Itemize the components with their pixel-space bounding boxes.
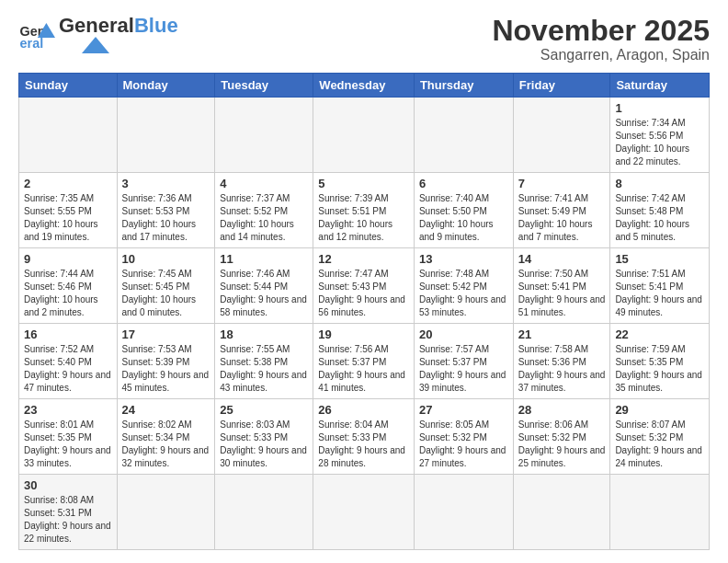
calendar-cell xyxy=(610,475,710,550)
header-thursday: Thursday xyxy=(414,74,513,98)
day-info: Sunrise: 8:03 AM Sunset: 5:33 PM Dayligh… xyxy=(220,419,308,470)
calendar-cell xyxy=(414,98,513,173)
day-number: 6 xyxy=(419,177,508,190)
day-number: 2 xyxy=(24,177,112,190)
day-info: Sunrise: 7:55 AM Sunset: 5:38 PM Dayligh… xyxy=(220,343,308,395)
calendar-cell: 19Sunrise: 7:56 AM Sunset: 5:37 PM Dayli… xyxy=(313,324,415,399)
header-saturday: Saturday xyxy=(610,74,710,98)
calendar-cell: 21Sunrise: 7:58 AM Sunset: 5:36 PM Dayli… xyxy=(513,324,610,399)
calendar-subtitle: Sangarren, Aragon, Spain xyxy=(492,47,710,63)
day-number: 30 xyxy=(24,478,112,492)
calendar-table: Sunday Monday Tuesday Wednesday Thursday… xyxy=(18,73,710,550)
day-info: Sunrise: 8:04 AM Sunset: 5:33 PM Dayligh… xyxy=(318,419,409,470)
day-number: 8 xyxy=(615,177,704,190)
calendar-cell xyxy=(414,475,513,550)
day-info: Sunrise: 7:58 AM Sunset: 5:36 PM Dayligh… xyxy=(518,343,606,395)
calendar-cell: 30Sunrise: 8:08 AM Sunset: 5:31 PM Dayli… xyxy=(19,475,118,550)
calendar-cell xyxy=(313,98,415,173)
day-number: 21 xyxy=(518,327,606,341)
day-number: 22 xyxy=(615,327,704,341)
calendar-cell: 11Sunrise: 7:46 AM Sunset: 5:44 PM Dayli… xyxy=(215,248,313,324)
day-info: Sunrise: 7:40 AM Sunset: 5:50 PM Dayligh… xyxy=(419,192,508,244)
day-number: 15 xyxy=(615,252,704,266)
calendar-cell: 25Sunrise: 8:03 AM Sunset: 5:33 PM Dayli… xyxy=(215,399,313,475)
day-info: Sunrise: 8:06 AM Sunset: 5:32 PM Dayligh… xyxy=(518,419,606,470)
day-info: Sunrise: 7:50 AM Sunset: 5:41 PM Dayligh… xyxy=(518,268,606,319)
calendar-week-row: 1Sunrise: 7:34 AM Sunset: 5:56 PM Daylig… xyxy=(19,98,710,173)
day-info: Sunrise: 7:34 AM Sunset: 5:56 PM Dayligh… xyxy=(615,117,704,168)
day-number: 23 xyxy=(24,403,112,417)
calendar-cell xyxy=(117,98,215,173)
day-info: Sunrise: 7:42 AM Sunset: 5:48 PM Dayligh… xyxy=(615,192,704,244)
day-info: Sunrise: 8:02 AM Sunset: 5:34 PM Dayligh… xyxy=(122,419,210,470)
calendar-cell xyxy=(117,475,215,550)
day-number: 19 xyxy=(318,327,409,341)
day-number: 26 xyxy=(318,403,409,417)
day-number: 3 xyxy=(122,177,210,190)
calendar-cell: 27Sunrise: 8:05 AM Sunset: 5:32 PM Dayli… xyxy=(414,399,513,475)
day-number: 11 xyxy=(220,252,308,266)
calendar-week-row: 2Sunrise: 7:35 AM Sunset: 5:55 PM Daylig… xyxy=(19,173,710,248)
title-block: November 2025 Sangarren, Aragon, Spain xyxy=(492,15,710,63)
calendar-cell: 2Sunrise: 7:35 AM Sunset: 5:55 PM Daylig… xyxy=(19,173,118,248)
calendar-week-row: 23Sunrise: 8:01 AM Sunset: 5:35 PM Dayli… xyxy=(19,399,710,475)
calendar-cell: 8Sunrise: 7:42 AM Sunset: 5:48 PM Daylig… xyxy=(610,173,710,248)
logo-icon: Gen eral xyxy=(18,16,55,52)
calendar-week-row: 16Sunrise: 7:52 AM Sunset: 5:40 PM Dayli… xyxy=(19,324,710,399)
day-info: Sunrise: 8:08 AM Sunset: 5:31 PM Dayligh… xyxy=(24,494,112,546)
calendar-cell: 1Sunrise: 7:34 AM Sunset: 5:56 PM Daylig… xyxy=(610,98,710,173)
day-info: Sunrise: 8:01 AM Sunset: 5:35 PM Dayligh… xyxy=(24,419,112,470)
calendar-cell: 13Sunrise: 7:48 AM Sunset: 5:42 PM Dayli… xyxy=(414,248,513,324)
logo-text: GeneralBlue xyxy=(59,15,178,37)
day-info: Sunrise: 7:53 AM Sunset: 5:39 PM Dayligh… xyxy=(122,343,210,395)
day-number: 17 xyxy=(122,327,210,341)
day-number: 12 xyxy=(318,252,409,266)
day-info: Sunrise: 8:05 AM Sunset: 5:32 PM Dayligh… xyxy=(419,419,508,470)
day-number: 25 xyxy=(220,403,308,417)
day-info: Sunrise: 7:59 AM Sunset: 5:35 PM Dayligh… xyxy=(615,343,704,395)
calendar-cell xyxy=(215,98,313,173)
day-number: 9 xyxy=(24,252,112,266)
day-number: 16 xyxy=(24,327,112,341)
day-number: 7 xyxy=(518,177,606,190)
calendar-cell: 15Sunrise: 7:51 AM Sunset: 5:41 PM Dayli… xyxy=(610,248,710,324)
calendar-cell: 5Sunrise: 7:39 AM Sunset: 5:51 PM Daylig… xyxy=(313,173,415,248)
calendar-cell xyxy=(215,475,313,550)
day-info: Sunrise: 7:37 AM Sunset: 5:52 PM Dayligh… xyxy=(220,192,308,244)
calendar-cell: 14Sunrise: 7:50 AM Sunset: 5:41 PM Dayli… xyxy=(513,248,610,324)
day-number: 1 xyxy=(615,101,704,115)
day-info: Sunrise: 7:36 AM Sunset: 5:53 PM Dayligh… xyxy=(122,192,210,244)
calendar-cell: 9Sunrise: 7:44 AM Sunset: 5:46 PM Daylig… xyxy=(19,248,118,324)
weekday-header-row: Sunday Monday Tuesday Wednesday Thursday… xyxy=(19,74,710,98)
calendar-cell: 4Sunrise: 7:37 AM Sunset: 5:52 PM Daylig… xyxy=(215,173,313,248)
day-info: Sunrise: 7:52 AM Sunset: 5:40 PM Dayligh… xyxy=(24,343,112,395)
calendar-cell: 28Sunrise: 8:06 AM Sunset: 5:32 PM Dayli… xyxy=(513,399,610,475)
day-info: Sunrise: 7:41 AM Sunset: 5:49 PM Dayligh… xyxy=(518,192,606,244)
day-number: 20 xyxy=(419,327,508,341)
calendar-cell: 12Sunrise: 7:47 AM Sunset: 5:43 PM Dayli… xyxy=(313,248,415,324)
header-friday: Friday xyxy=(513,74,610,98)
day-number: 13 xyxy=(419,252,508,266)
calendar-cell: 20Sunrise: 7:57 AM Sunset: 5:37 PM Dayli… xyxy=(414,324,513,399)
calendar-week-row: 9Sunrise: 7:44 AM Sunset: 5:46 PM Daylig… xyxy=(19,248,710,324)
calendar-cell: 26Sunrise: 8:04 AM Sunset: 5:33 PM Dayli… xyxy=(313,399,415,475)
day-number: 18 xyxy=(220,327,308,341)
day-info: Sunrise: 7:56 AM Sunset: 5:37 PM Dayligh… xyxy=(318,343,409,395)
calendar-cell: 17Sunrise: 7:53 AM Sunset: 5:39 PM Dayli… xyxy=(117,324,215,399)
calendar-cell: 6Sunrise: 7:40 AM Sunset: 5:50 PM Daylig… xyxy=(414,173,513,248)
header-monday: Monday xyxy=(117,74,215,98)
day-number: 5 xyxy=(318,177,409,190)
header: Gen eral GeneralBlue November 2025 Sanga… xyxy=(18,15,710,63)
calendar-cell: 23Sunrise: 8:01 AM Sunset: 5:35 PM Dayli… xyxy=(19,399,118,475)
svg-text:eral: eral xyxy=(20,36,44,51)
day-number: 28 xyxy=(518,403,606,417)
calendar-cell: 22Sunrise: 7:59 AM Sunset: 5:35 PM Dayli… xyxy=(610,324,710,399)
day-info: Sunrise: 8:07 AM Sunset: 5:32 PM Dayligh… xyxy=(615,419,704,470)
calendar-cell: 16Sunrise: 7:52 AM Sunset: 5:40 PM Dayli… xyxy=(19,324,118,399)
calendar-week-row: 30Sunrise: 8:08 AM Sunset: 5:31 PM Dayli… xyxy=(19,475,710,550)
day-number: 24 xyxy=(122,403,210,417)
calendar-cell: 3Sunrise: 7:36 AM Sunset: 5:53 PM Daylig… xyxy=(117,173,215,248)
calendar-cell xyxy=(313,475,415,550)
calendar-cell: 29Sunrise: 8:07 AM Sunset: 5:32 PM Dayli… xyxy=(610,399,710,475)
calendar-cell: 24Sunrise: 8:02 AM Sunset: 5:34 PM Dayli… xyxy=(117,399,215,475)
